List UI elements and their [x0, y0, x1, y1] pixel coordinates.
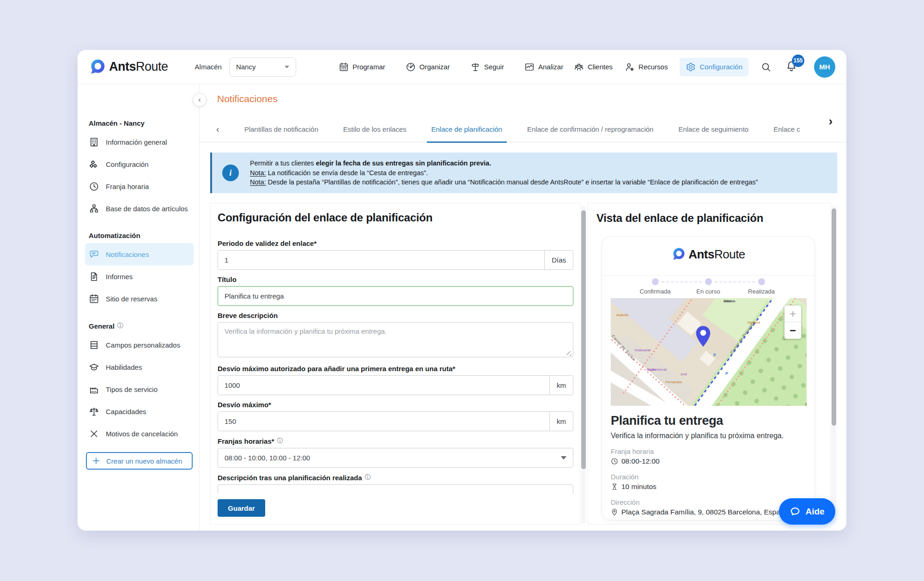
tab-plantillas-notificacion[interactable]: Plantillas de notificación	[244, 116, 318, 142]
tab-enlace-seguimiento[interactable]: Enlace de seguimiento	[678, 116, 748, 142]
deviation-max-unit: km	[549, 412, 573, 431]
preview-heading: Planifica tu entrega	[611, 414, 806, 428]
sidebar-item-informes[interactable]: Informes	[85, 265, 194, 287]
user-gear-icon	[625, 62, 635, 72]
divider	[602, 275, 815, 276]
nav-configuracion[interactable]: Configuración	[680, 58, 748, 76]
title-input[interactable]	[218, 286, 573, 306]
notification-badge: 155	[792, 55, 804, 67]
sidebar-item-informacion-general[interactable]: Información general	[85, 131, 194, 153]
sidebar-item-sitio-reservas[interactable]: Sitio de reservas	[85, 287, 194, 310]
nav-clientes[interactable]: Clientes	[574, 62, 613, 72]
scale-icon	[89, 406, 99, 417]
sidebar: Almacén - Nancy Información general Conf…	[78, 84, 200, 531]
status-stepper: Confirmada En curso Realizada	[629, 278, 788, 295]
create-warehouse-button[interactable]: Crear un nuevo almacén	[86, 452, 193, 470]
step-dot	[705, 278, 712, 285]
step-dot	[652, 278, 659, 285]
info-icon: ⓘ	[117, 322, 123, 330]
save-button[interactable]: Guardar	[218, 499, 265, 517]
map-pin-icon	[694, 325, 712, 348]
tab-enlace-planificacion[interactable]: Enlace de planificación	[432, 116, 502, 142]
description-textarea[interactable]	[218, 322, 573, 357]
sidebar-item-configuracion[interactable]: Configuración	[85, 153, 194, 175]
brand-logo[interactable]: AntsRoute	[89, 59, 168, 75]
notifications-button[interactable]: 155	[785, 60, 797, 74]
zoom-in-button[interactable]: +	[784, 306, 801, 322]
tab-enlace-confirmacion[interactable]: Enlace de confirmación / reprogramación	[527, 116, 653, 142]
tabs-scroll-left-icon[interactable]: ‹	[216, 124, 219, 135]
time-slots-select[interactable]: 08:00 - 10:00, 10:00 - 12:00	[218, 448, 573, 468]
sidebar-item-base-datos-articulos[interactable]: Base de datos de artículos	[85, 197, 194, 220]
sidebar-item-tipos-servicio[interactable]: Tipos de servicio	[85, 378, 194, 400]
info-banner: i Permitir a tus clientes elegir la fech…	[210, 153, 837, 193]
warehouse-select[interactable]: Nancy	[229, 57, 296, 77]
step-confirmada: Confirmada	[629, 278, 682, 295]
nav-analizar[interactable]: Analizar	[524, 62, 563, 72]
form-scroll-area: Configuración del enlace de planificació…	[210, 203, 580, 494]
brand-text: AntsRoute	[109, 60, 168, 74]
chat-bubble-icon	[790, 506, 801, 517]
form-scrollbar[interactable]	[581, 206, 586, 524]
tab-enlace-cut[interactable]: Enlace c	[773, 116, 800, 142]
preview-title: Vista del enlace de planificación	[596, 212, 763, 225]
scrollbar-thumb[interactable]	[581, 210, 586, 469]
deviation-first-field: km	[218, 375, 573, 395]
chevron-down-icon	[285, 66, 289, 68]
page-title: Notificaciones	[217, 93, 278, 104]
step-en-curso: En curso	[682, 278, 735, 295]
nav-recursos[interactable]: Recursos	[625, 62, 668, 72]
description-label: Breve descripción	[218, 312, 573, 319]
sidebar-item-motivos-cancelacion[interactable]: Motivos de cancelación	[85, 422, 194, 445]
sidebar-section-title: Almacén - Nancy	[89, 119, 194, 127]
meta-value-duracion: 10 minutos	[611, 483, 806, 491]
sidebar-item-notificaciones[interactable]: Notificaciones	[85, 243, 194, 265]
validity-input[interactable]	[218, 251, 544, 269]
nav-organizar[interactable]: Organizar	[406, 62, 450, 72]
form-footer: Guardar	[210, 494, 580, 524]
zoom-out-button[interactable]: −	[784, 322, 801, 339]
sidebar-section-title: Automatización	[89, 232, 194, 239]
scrollbar-thumb[interactable]	[832, 208, 836, 426]
document-icon	[89, 271, 99, 282]
deviation-first-input[interactable]	[218, 376, 549, 395]
sidebar-item-capacidades[interactable]: Capacidades	[85, 400, 194, 422]
sidebar-item-franja-horaria[interactable]: Franja horaria	[85, 175, 194, 197]
sidebar-item-campos-personalizados[interactable]: Campos personalizados	[85, 334, 194, 356]
tab-estilo-enlaces[interactable]: Estilo de los enlaces	[343, 116, 407, 142]
antsroute-logo-icon	[671, 247, 685, 261]
post-description-input[interactable]	[218, 484, 573, 494]
sidebar-item-habilidades[interactable]: Habilidades	[85, 356, 194, 378]
nav-seguir[interactable]: Seguir	[470, 62, 504, 72]
title-label: Título	[218, 275, 573, 283]
signpost-icon	[470, 62, 480, 72]
resize-handle-icon[interactable]	[567, 351, 571, 356]
back-button[interactable]: ‹	[193, 93, 207, 107]
validity-label: Periodo de validez del enlace*	[218, 239, 573, 247]
deviation-max-input[interactable]	[218, 412, 549, 431]
info-banner-text: Permitir a tus clientes elegir la fecha …	[250, 159, 758, 187]
map-poi-label: Autèntic	[616, 313, 629, 317]
warehouse-label: Almacén	[195, 63, 222, 71]
tabs-scroll-right-icon[interactable]: ›	[829, 115, 833, 128]
help-button[interactable]: Aide	[779, 498, 835, 525]
plus-icon	[91, 456, 101, 465]
description-field	[218, 322, 573, 359]
hourglass-icon	[611, 483, 618, 490]
users-icon	[574, 62, 584, 72]
preview-brand-logo: AntsRoute	[602, 237, 815, 263]
map-poi-label: Fernandes	[665, 380, 682, 384]
main-nav: Programar Organizar Seguir Analizar	[339, 62, 563, 72]
avatar[interactable]: MH	[814, 56, 835, 78]
preview-scrollbar[interactable]	[832, 206, 836, 524]
sidebar-section-title: Generalⓘ	[89, 322, 194, 330]
message-icon	[89, 249, 99, 260]
nav-programar[interactable]: Programar	[339, 62, 385, 72]
map[interactable]: Carrer de Sicília Carrer de Provença Jar…	[611, 298, 807, 406]
map-zoom-control: + −	[784, 306, 801, 339]
chart-icon	[524, 62, 535, 72]
tab-bar: ‹ Plantillas de notificación Estilo de l…	[200, 116, 846, 142]
map-poi-label: P	[725, 371, 728, 376]
warehouse-value: Nancy	[236, 63, 256, 71]
search-button[interactable]	[760, 61, 772, 73]
